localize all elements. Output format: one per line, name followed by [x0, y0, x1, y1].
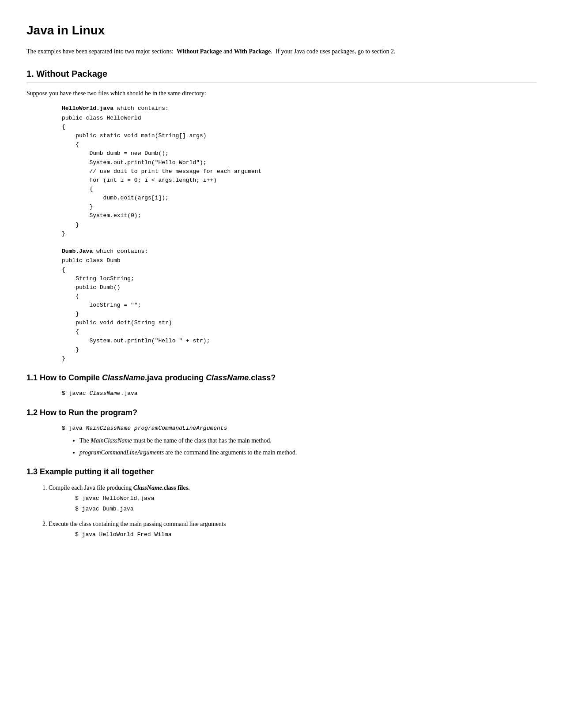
section1-1: 1.1 How to Compile ClassName.java produc… — [26, 372, 537, 398]
section1-3: 1.3 Example putting it all together Comp… — [26, 466, 537, 539]
file2-suffix: which contains: — [93, 248, 148, 255]
file2-code-block: public class Dumb { String locString; pu… — [62, 256, 537, 363]
item1-cmd2: $ javac Dumb.java — [75, 505, 537, 514]
item2-cmd1: $ java HelloWorld Fred Wilma — [75, 530, 537, 539]
file1-code: public class HelloWorld { public static … — [62, 114, 537, 238]
bullet-2: programCommandLineArguments are the comm… — [79, 448, 537, 457]
file1-label: HelloWorld.java which contains: — [62, 104, 537, 113]
file1-code-block: public class HelloWorld { public static … — [62, 114, 537, 238]
intro-bold-1: Without Package — [177, 48, 222, 55]
file2-label: Dumb.Java which contains: — [62, 247, 537, 256]
intro-bold-2: With Package — [234, 48, 271, 55]
section1-2-cmd: $ java MainClassName programCommandLineA… — [62, 424, 537, 433]
page-title: Java in Linux — [26, 21, 537, 40]
section1-intro: Suppose you have these two files which s… — [26, 89, 537, 98]
item1-label: Compile each Java file producing ClassNa… — [49, 484, 190, 491]
file2-name: Dumb.Java — [62, 248, 93, 255]
section1-2: 1.2 How to Run the program? $ java MainC… — [26, 407, 537, 458]
file1-name: HelloWorld.java — [62, 105, 113, 112]
file2-code: public class Dumb { String locString; pu… — [62, 256, 537, 363]
section1-2-heading: 1.2 How to Run the program? — [26, 407, 537, 419]
item1-cmd1: $ javac HelloWorld.java — [75, 494, 537, 503]
file1-suffix: which contains: — [113, 105, 169, 112]
numbered-item-1: Compile each Java file producing ClassNa… — [49, 483, 537, 513]
section1-1-cmd: $ javac ClassName.java — [62, 389, 537, 398]
numbered-item-2: Execute the class containing the main pa… — [49, 519, 537, 539]
section1-3-heading: 1.3 Example putting it all together — [26, 466, 537, 478]
section1-3-list: Compile each Java file producing ClassNa… — [49, 483, 537, 539]
section1-1-heading: 1.1 How to Compile ClassName.java produc… — [26, 372, 537, 384]
intro-paragraph: The examples have been separated into tw… — [26, 47, 537, 56]
section1-2-bullets: The MainClassName must be the name of th… — [79, 436, 537, 457]
item2-label: Execute the class containing the main pa… — [49, 521, 226, 527]
section1-heading: 1. Without Package — [26, 67, 537, 83]
bullet-1: The MainClassName must be the name of th… — [79, 436, 537, 445]
